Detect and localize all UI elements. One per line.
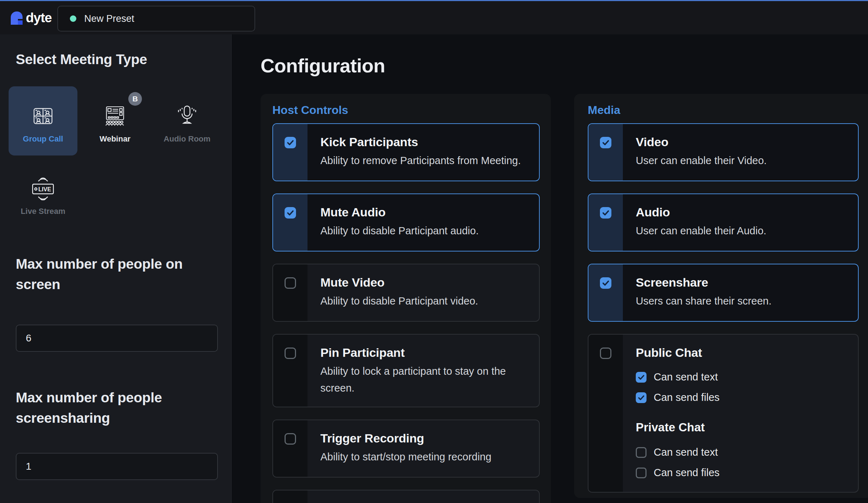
- option-card-mute-audio: Mute Audio Ability to disable Participan…: [272, 193, 540, 252]
- meeting-type-label: Audio Room: [164, 134, 211, 144]
- checkbox-screenshare[interactable]: [600, 277, 611, 289]
- checkbox-can-send-text[interactable]: [636, 447, 647, 458]
- card-description: User can enable their Video.: [636, 152, 767, 169]
- option-card-public-chat: Public Chat Can send text Can send files…: [588, 334, 859, 493]
- card-body: Kick Participants Ability to remove Part…: [307, 124, 528, 181]
- top-bar: dyte New Preset: [0, 0, 868, 34]
- chat-permission-row: Can send text: [636, 371, 720, 383]
- max-on-screen-input[interactable]: 6: [16, 325, 218, 352]
- option-card-pin-participant: Pin Participant Ability to lock a partic…: [272, 334, 540, 407]
- preset-name-box[interactable]: New Preset: [57, 6, 255, 32]
- preset-name: New Preset: [84, 13, 134, 24]
- meeting-type-label: Live Stream: [21, 207, 66, 216]
- card-body: Mute Video Ability to disable Participan…: [307, 264, 485, 321]
- meeting-type-live-stream[interactable]: LIVELive Stream: [9, 159, 77, 228]
- checkbox-public-chat[interactable]: [600, 348, 611, 359]
- card-checkbox-strip: [273, 264, 307, 321]
- card-checkbox-strip: [273, 124, 307, 181]
- card-description: Ability to remove Participants from Meet…: [320, 152, 521, 169]
- live-stream-icon: LIVE: [27, 177, 59, 202]
- card-checkbox-strip: [588, 124, 623, 181]
- card-body: [307, 490, 328, 503]
- dyte-logo: dyte: [8, 10, 52, 26]
- card-description: User can enable their Audio.: [636, 222, 766, 239]
- option-card-kick-participants: Kick Participants Ability to remove Part…: [272, 123, 540, 181]
- meeting-type-label: Group Call: [23, 134, 63, 144]
- card-checkbox-strip: [273, 335, 307, 407]
- card-checkbox-strip: [588, 264, 623, 321]
- chat-permission-row: Can send files: [636, 467, 720, 479]
- card-title: Mute Audio: [320, 205, 479, 219]
- card-checkbox-strip: [273, 420, 307, 477]
- host-controls-heading: Host Controls: [272, 104, 540, 116]
- chat-permission-label: Can send text: [654, 371, 718, 383]
- card-title: Kick Participants: [320, 135, 521, 149]
- meeting-type-webinar[interactable]: BWebinar: [81, 86, 149, 155]
- meeting-type-label: Webinar: [100, 134, 130, 144]
- card-body: Screenshare Users can share their screen…: [623, 264, 779, 321]
- chat-permission-label: Can send text: [654, 446, 718, 458]
- checkbox-kick-participants[interactable]: [285, 137, 296, 148]
- brand-name: dyte: [26, 10, 52, 25]
- checkbox-audio[interactable]: [600, 207, 611, 219]
- max-screensharing-label: Max number of people screensharing: [16, 387, 216, 428]
- checkbox-mute-video[interactable]: [285, 277, 296, 289]
- card-checkbox-strip: [588, 194, 623, 251]
- checkbox-can-send-files[interactable]: [636, 468, 647, 478]
- card-title: Audio: [636, 205, 766, 219]
- chat-permission-label: Can send files: [654, 467, 720, 479]
- meeting-type-heading: Select Meeting Type: [16, 51, 147, 68]
- card-description: Ability to lock a participant to stay on…: [320, 363, 532, 397]
- max-screensharing-input[interactable]: 1: [16, 453, 218, 480]
- card-body: Mute Audio Ability to disable Participan…: [307, 194, 486, 251]
- option-card-video: Video User can enable their Video.: [588, 123, 859, 181]
- card-checkbox-strip: [273, 490, 307, 503]
- card-description: Users can share their screen.: [636, 293, 772, 310]
- card-description: Ability to disable Participant video.: [320, 293, 478, 310]
- chat-permission-label: Can send files: [654, 392, 720, 403]
- option-card-audio: Audio User can enable their Audio.: [588, 193, 859, 252]
- checkbox-video[interactable]: [600, 137, 611, 148]
- card-title: Mute Video: [320, 275, 478, 289]
- card-title: Video: [636, 135, 767, 149]
- card-title: Trigger Recording: [320, 431, 491, 445]
- card-body: Video User can enable their Video.: [623, 124, 774, 181]
- preset-status-dot: [70, 15, 76, 22]
- checkbox-pin-participant[interactable]: [285, 348, 296, 359]
- meeting-type-grid: Group CallBWebinarAudio RoomLIVELive Str…: [9, 86, 221, 228]
- option-card-mute-video: Mute Video Ability to disable Participan…: [272, 264, 540, 322]
- card-description: Ability to disable Participant audio.: [320, 222, 479, 239]
- card-body: Trigger Recording Ability to start/stop …: [307, 420, 499, 477]
- card-checkbox-strip: [588, 335, 623, 492]
- card-body: Audio User can enable their Audio.: [623, 194, 773, 251]
- card-description: Ability to start/stop meeting recording: [320, 449, 491, 465]
- chat-permission-row: Can send text: [636, 446, 720, 458]
- media-heading: Media: [588, 104, 859, 116]
- checkbox-trigger-recording[interactable]: [285, 433, 296, 445]
- private-chat-heading: Private Chat: [636, 421, 720, 434]
- dyte-logo-icon: [8, 10, 24, 26]
- svg-text:LIVE: LIVE: [38, 186, 51, 192]
- group-call-icon: [31, 104, 55, 129]
- option-card-partial: [272, 490, 540, 503]
- option-card-trigger-recording: Trigger Recording Ability to start/stop …: [272, 420, 540, 478]
- meeting-type-audio-room[interactable]: Audio Room: [153, 86, 221, 155]
- option-card-screenshare: Screenshare Users can share their screen…: [588, 264, 859, 322]
- card-title: Screenshare: [636, 275, 772, 289]
- checkbox-can-send-text[interactable]: [636, 372, 647, 383]
- media-panel: Media Video User can enable their Video.…: [574, 94, 868, 498]
- card-body: Public Chat Can send text Can send files…: [623, 335, 727, 492]
- card-title: Pin Participant: [320, 345, 532, 360]
- checkbox-mute-audio[interactable]: [285, 207, 296, 219]
- host-controls-panel: Host Controls Kick Participants Ability …: [261, 94, 551, 503]
- checkbox-can-send-files[interactable]: [636, 392, 647, 403]
- card-body: Pin Participant Ability to lock a partic…: [307, 335, 539, 407]
- card-title: Public Chat: [636, 345, 720, 360]
- audio-room-icon: [175, 104, 199, 129]
- sidebar: Select Meeting Type Group CallBWebinarAu…: [0, 34, 232, 503]
- chat-permission-row: Can send files: [636, 392, 720, 403]
- beta-badge: B: [128, 92, 142, 106]
- meeting-type-group-call[interactable]: Group Call: [9, 86, 77, 155]
- card-checkbox-strip: [273, 194, 307, 251]
- max-on-screen-label: Max number of people on screen: [16, 254, 216, 294]
